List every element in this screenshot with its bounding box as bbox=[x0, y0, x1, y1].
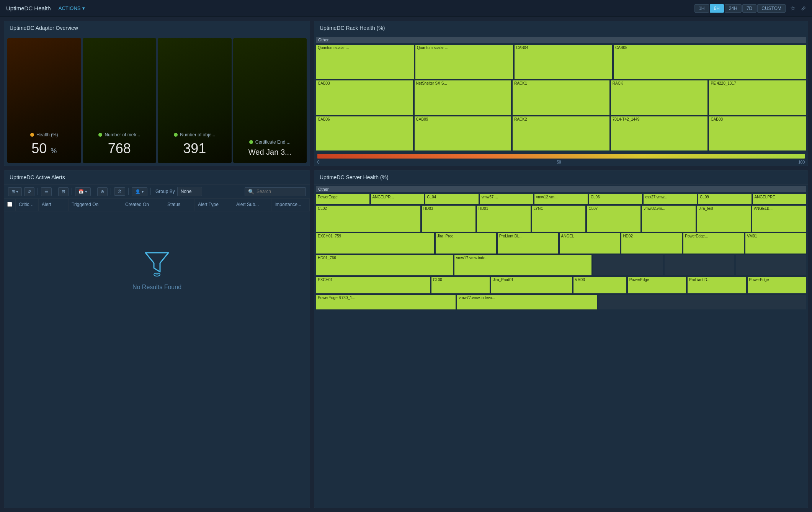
star-icon[interactable]: ☆ bbox=[790, 5, 796, 12]
server-cell-hd02[interactable]: HD02 bbox=[621, 233, 682, 254]
server-cell-poweredge-r730[interactable]: PowerEdge R730_1... bbox=[316, 294, 456, 310]
actions-button[interactable]: ACTIONS ▾ bbox=[59, 5, 85, 11]
svg-point-2 bbox=[155, 273, 158, 275]
select-all-checkbox[interactable] bbox=[7, 202, 12, 207]
server-cell-cl02[interactable]: CL02 bbox=[316, 205, 421, 232]
toolbar-clear-btn[interactable]: ⊗ bbox=[97, 187, 108, 196]
metric-cards: Health (%) 50 % Number of metr... 768 Nu… bbox=[4, 35, 310, 166]
toolbar-divider-6 bbox=[128, 188, 129, 195]
toolbar-list-btn[interactable]: ☰ bbox=[41, 187, 52, 196]
server-cell-jira-prod[interactable]: Jira_Prod bbox=[435, 233, 497, 254]
active-alerts-title: UptimeDC Active Alerts bbox=[4, 170, 310, 185]
server-cell-hd03[interactable]: HD03 bbox=[422, 205, 476, 232]
metric-label-cert: Certificate End ... bbox=[255, 139, 291, 145]
rack-row-1: Quantum scalar ... Quantum scalar ... CA… bbox=[316, 44, 806, 79]
rack-cell-cab09[interactable]: CAB09 bbox=[414, 116, 512, 151]
col-sub: Alert Sub... bbox=[233, 199, 271, 211]
rack-health-title: UptimeDC Rack Health (%) bbox=[314, 21, 808, 35]
rack-cell-rack1[interactable]: RACK1 bbox=[512, 80, 610, 115]
toolbar-refresh-btn[interactable]: ↺ bbox=[24, 187, 34, 196]
toolbar-user-btn[interactable]: 👤 ▾ bbox=[132, 187, 147, 196]
rack-cell-cab08[interactable]: CAB08 bbox=[709, 116, 806, 151]
search-box: 🔍 bbox=[245, 187, 306, 196]
toolbar-divider-3 bbox=[72, 188, 72, 195]
rack-cell-cab05[interactable]: CAB05 bbox=[613, 44, 806, 79]
server-cell-vmw12[interactable]: vmw12.vm... bbox=[534, 194, 588, 204]
server-cell-vmw32[interactable]: vmw32.vm... bbox=[642, 205, 696, 232]
server-row-5: EXCH01 CL00 Jira_Prod01 VM03 PowerEdge P… bbox=[316, 276, 806, 294]
rack-cell-cab06[interactable]: CAB06 bbox=[316, 116, 413, 151]
metric-value-cert: Wed Jan 3... bbox=[248, 148, 291, 157]
dot-green-objects bbox=[174, 133, 178, 137]
server-cell-lync[interactable]: LYNC bbox=[532, 205, 586, 232]
app-title: UptimeDC Health bbox=[6, 5, 51, 11]
server-cell-cl09[interactable]: CL09 bbox=[698, 194, 752, 204]
group-by-select[interactable]: None Type Status bbox=[177, 187, 202, 196]
toolbar-filter-btn[interactable]: ⊟ bbox=[58, 187, 69, 196]
server-cell-poweredge4[interactable]: PowerEdge bbox=[747, 276, 806, 294]
server-cell-vm03[interactable]: VM03 bbox=[573, 276, 627, 294]
search-icon: 🔍 bbox=[248, 189, 254, 195]
time-btn-1h[interactable]: 1H bbox=[694, 4, 709, 13]
server-cell-cl00[interactable]: CL00 bbox=[431, 276, 490, 294]
server-cell-cl06[interactable]: CL06 bbox=[589, 194, 643, 204]
server-cell-jira-test[interactable]: Jira_test bbox=[697, 205, 751, 232]
calendar-icon: 📅 bbox=[78, 189, 84, 194]
server-cell-cl04[interactable]: CL04 bbox=[425, 194, 479, 204]
time-btn-custom[interactable]: CUSTOM bbox=[757, 4, 786, 13]
filter-icon: ⊟ bbox=[62, 189, 65, 194]
time-btn-6h[interactable]: 6H bbox=[710, 4, 724, 13]
server-cell-proliant-d[interactable]: ProLiant D... bbox=[687, 276, 746, 294]
server-cell-exch01-759[interactable]: EXCH01_759 bbox=[316, 233, 435, 254]
rack-cell-netshelter[interactable]: NetShelter SX S... bbox=[414, 80, 512, 115]
adapter-overview-panel: UptimeDC Adapter Overview Health (%) 50 … bbox=[4, 21, 310, 166]
rack-cell-cab03[interactable]: CAB03 bbox=[316, 80, 413, 115]
metric-indicator-objects: Number of obje... bbox=[174, 132, 215, 137]
server-cell-angelb[interactable]: ANGELB... bbox=[752, 205, 806, 232]
clock-icon: ⏱ bbox=[118, 189, 122, 194]
server-cell-esx27[interactable]: esx27.vmw... bbox=[643, 194, 697, 204]
time-btn-7d[interactable]: 7D bbox=[742, 4, 756, 13]
server-cell-poweredge1[interactable]: PowerEdge bbox=[316, 194, 370, 204]
metric-label-health: Health (%) bbox=[36, 132, 58, 137]
share-icon[interactable]: ⇗ bbox=[801, 5, 806, 12]
server-cell-hd01[interactable]: HD01 bbox=[477, 205, 531, 232]
server-cell-angelpr[interactable]: ANGELPR... bbox=[371, 194, 425, 204]
server-cell-vm01[interactable]: VM01 bbox=[745, 233, 806, 254]
server-cell-angelpre[interactable]: ANGELPRE bbox=[753, 194, 807, 204]
clear-icon: ⊗ bbox=[101, 189, 104, 194]
rack-row-2: CAB03 NetShelter SX S... RACK1 RACK PE 4… bbox=[316, 80, 806, 115]
server-cell-angel[interactable]: ANGEL bbox=[559, 233, 621, 254]
search-input[interactable] bbox=[257, 189, 302, 194]
server-cell-poweredge2[interactable]: PowerEdge... bbox=[683, 233, 744, 254]
col-status: Status bbox=[164, 199, 195, 211]
server-section-label: Other bbox=[316, 186, 806, 192]
rack-cell-rack2[interactable]: RACK2 bbox=[512, 116, 610, 151]
toolbar-divider-2 bbox=[55, 188, 55, 195]
dot-green-cert bbox=[249, 140, 253, 144]
server-cell-empty2 bbox=[664, 255, 735, 276]
rack-cell-cab04[interactable]: CAB04 bbox=[514, 44, 613, 79]
server-cell-poweredge3[interactable]: PowerEdge bbox=[627, 276, 686, 294]
server-cell-vmw57[interactable]: vmw57.... bbox=[480, 194, 534, 204]
rack-cell-rack[interactable]: RACK bbox=[611, 80, 708, 115]
col-criticality: Criticality bbox=[16, 199, 39, 211]
svg-marker-0 bbox=[145, 253, 168, 272]
toolbar-view-btn[interactable]: ⊞ ▾ bbox=[8, 187, 22, 196]
toolbar-clock-btn[interactable]: ⏱ bbox=[114, 187, 125, 196]
server-cell-hd01-766[interactable]: HD01_766 bbox=[316, 255, 453, 276]
server-cell-jira-prod01[interactable]: Jira_Prod01 bbox=[491, 276, 572, 294]
rack-cell-pe4220[interactable]: PE 4220_1317 bbox=[709, 80, 806, 115]
server-cell-vmw17[interactable]: vmw17.vmw.inde... bbox=[454, 255, 591, 276]
time-btn-24h[interactable]: 24H bbox=[725, 4, 742, 13]
refresh-icon: ↺ bbox=[28, 189, 31, 194]
server-cell-vmw77[interactable]: vmw77.vmw.indevo... bbox=[457, 294, 597, 310]
toolbar-calendar-btn[interactable]: 📅 ▾ bbox=[75, 187, 91, 196]
server-cell-exch01[interactable]: EXCH01 bbox=[316, 276, 430, 294]
rack-cell-quantum2[interactable]: Quantum scalar ... bbox=[415, 44, 513, 79]
server-cell-cl07[interactable]: CL07 bbox=[587, 205, 641, 232]
server-row-2: CL02 HD03 HD01 LYNC CL07 vmw32.vm... Jir… bbox=[316, 205, 806, 232]
rack-cell-quantum1[interactable]: Quantum scalar ... bbox=[316, 44, 414, 79]
server-cell-proliant-dl[interactable]: ProLiant DL... bbox=[497, 233, 559, 254]
rack-cell-7014[interactable]: 7014-T42_1449 bbox=[611, 116, 708, 151]
